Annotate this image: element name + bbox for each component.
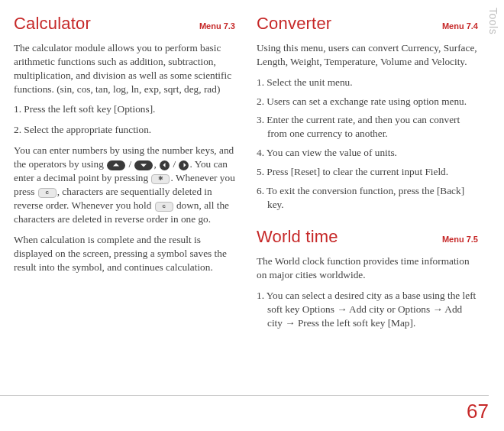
converter-step-3: 3. Enter the current rate, and then you … (257, 113, 478, 141)
nav-right-icon (179, 160, 189, 170)
calc-body-c: , (153, 158, 159, 170)
converter-title: Converter (257, 12, 331, 35)
calculator-step-2: 2. Select the appropriate function. (14, 123, 235, 137)
converter-step-1: 1. Select the unit menu. (257, 76, 478, 89)
clear-key-hold-icon (155, 202, 173, 212)
calculator-header: Calculator Menu 7.3 (14, 12, 235, 35)
calculator-result: When calculation is complete and the res… (14, 233, 235, 274)
converter-intro: Using this menu, users can convert Curre… (257, 41, 478, 69)
calculator-title: Calculator (14, 12, 91, 35)
world-time-menu-tag: Menu 7.5 (442, 234, 478, 245)
right-column: Converter Menu 7.4 Using this menu, user… (257, 11, 478, 335)
world-time-header: World time Menu 7.5 (257, 225, 478, 248)
nav-left-icon (160, 160, 170, 170)
left-column: Calculator Menu 7.3 The calculator modul… (14, 11, 235, 335)
converter-header: Converter Menu 7.4 (257, 12, 478, 35)
converter-step-5: 5. Press [Reset] to clear the current in… (257, 165, 478, 179)
calculator-intro: The calculator module allows you to perf… (14, 41, 235, 96)
calc-body-b: / (126, 158, 134, 170)
clear-key-icon (38, 188, 57, 198)
page-number: 67 (467, 400, 489, 423)
calculator-step-1: 1. Press the left soft key [Options]. (14, 102, 235, 116)
calc-body-d: / (170, 158, 178, 170)
converter-step-4: 4. You can view the value of units. (257, 146, 478, 160)
nav-down-icon (134, 160, 153, 170)
calculator-menu-tag: Menu 7.3 (199, 21, 235, 32)
side-tab-tools: Tools (487, 8, 499, 34)
world-time-step-1: 1. You can select a desired city as a ba… (257, 289, 478, 330)
world-time-title: World time (257, 225, 338, 248)
page-body: Calculator Menu 7.3 The calculator modul… (0, 0, 504, 335)
nav-up-icon (107, 160, 125, 170)
star-key-icon (151, 174, 170, 184)
converter-steps: 1. Select the unit menu. 2. Users can se… (257, 76, 478, 212)
converter-step-6: 6. To exit the conversion function, pres… (257, 184, 478, 212)
world-time-intro: The World clock function provides time i… (257, 254, 478, 282)
converter-menu-tag: Menu 7.4 (442, 21, 478, 32)
world-time-section: World time Menu 7.5 The World clock func… (257, 225, 478, 329)
world-time-steps: 1. You can select a desired city as a ba… (257, 289, 478, 330)
converter-step-2: 2. Users can set a exchange rate using o… (257, 95, 478, 109)
calculator-body: You can enter numbers by using the numbe… (14, 144, 235, 226)
